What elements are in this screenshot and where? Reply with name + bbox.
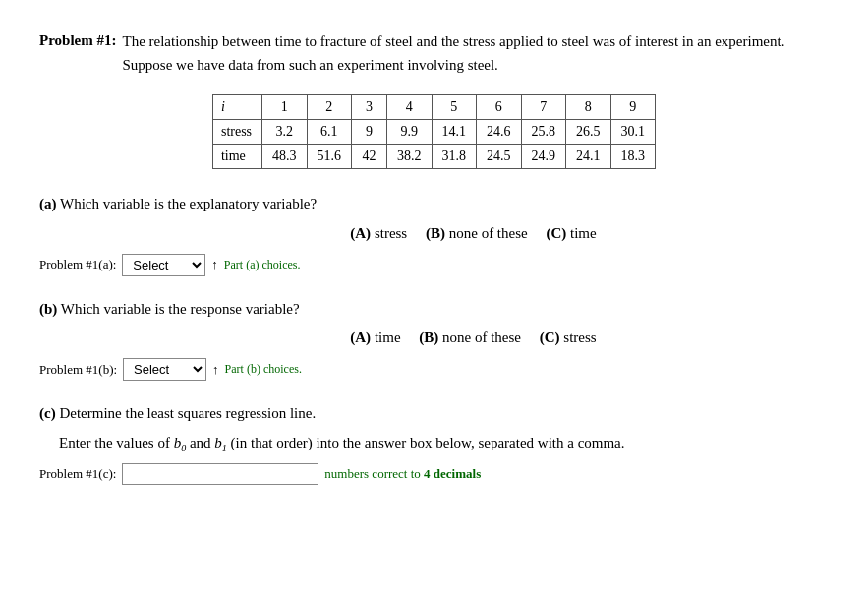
part-b-row: Problem #1(b): Select A B C ↑ Part (b) c… (39, 358, 829, 381)
part-a-link[interactable]: Part (a) choices. (224, 258, 301, 272)
header-7: 7 (521, 95, 566, 120)
choice-c-text: time (570, 225, 597, 241)
part-c-question-text: Determine the least squares regression l… (59, 405, 316, 421)
choice-c-letter: (C) (546, 225, 566, 241)
part-b-section: (b) Which variable is the response varia… (39, 298, 829, 382)
stress-7: 25.8 (521, 120, 566, 145)
part-b-choices: (A) time (B) none of these (C) stress (118, 330, 829, 346)
part-c-description: Enter the values of b0 and b1 (in that o… (59, 435, 829, 453)
problem-header: Problem #1: The relationship between tim… (39, 30, 829, 77)
part-c-section: (c) Determine the least squares regressi… (39, 402, 829, 485)
part-c-input[interactable] (122, 463, 318, 485)
part-b-letter: (b) (39, 301, 57, 317)
time-6: 24.5 (477, 145, 522, 169)
table-row-header: i 1 2 3 4 5 6 7 8 9 (212, 95, 655, 120)
header-9: 9 (610, 95, 656, 120)
stress-label: stress (212, 120, 261, 145)
choice-b-c-letter: (C) (540, 330, 560, 345)
part-c-row: Problem #1(c): numbers correct to 4 deci… (39, 463, 829, 485)
time-3: 42 (352, 145, 387, 169)
choice-b-text: none of these (449, 225, 528, 241)
time-7: 24.9 (521, 145, 566, 169)
table-row-stress: stress 3.2 6.1 9 9.9 14.1 24.6 25.8 26.5… (212, 120, 655, 145)
part-c-letter: (c) (39, 405, 56, 421)
problem-desc-line1: The relationship between time to fractur… (122, 30, 784, 53)
time-4: 38.2 (387, 145, 433, 169)
part-a-row: Problem #1(a): Select A B C ↑ Part (a) c… (39, 254, 829, 276)
header-3: 3 (352, 95, 387, 120)
decimals-note: numbers correct to 4 decimals (324, 466, 481, 482)
problem-description: The relationship between time to fractur… (122, 30, 784, 77)
part-b-label: Problem #1(b): (39, 362, 117, 378)
stress-2: 6.1 (307, 120, 352, 145)
choice-b-c-text: stress (563, 330, 596, 345)
choice-a-letter: (A) (350, 225, 371, 241)
part-a-select[interactable]: Select A B C (122, 254, 205, 276)
time-1: 48.3 (262, 145, 308, 169)
header-8: 8 (566, 95, 611, 120)
choice-a-text: stress (375, 225, 407, 241)
decimals-prefix: numbers correct to (324, 466, 424, 481)
b0-notation: b0 (174, 435, 187, 450)
choice-b-b-letter: (B) (419, 330, 438, 345)
stress-5: 14.1 (432, 120, 477, 145)
time-8: 24.1 (566, 145, 611, 169)
part-b-question-text: Which variable is the response variable? (61, 301, 300, 317)
stress-6: 24.6 (477, 120, 522, 145)
table-row-time: time 48.3 51.6 42 38.2 31.8 24.5 24.9 24… (212, 145, 655, 169)
stress-9: 30.1 (610, 120, 656, 145)
choice-b-a-letter: (A) (350, 330, 371, 345)
header-4: 4 (387, 95, 433, 120)
part-b-link[interactable]: Part (b) choices. (225, 362, 302, 377)
part-a-choices: (A) stress (B) none of these (C) time (118, 225, 829, 242)
part-a-letter: (a) (39, 196, 57, 211)
part-b-question: (b) Which variable is the response varia… (39, 298, 829, 321)
stress-8: 26.5 (566, 120, 611, 145)
part-c-label: Problem #1(c): (39, 466, 116, 482)
part-a-label: Problem #1(a): (39, 257, 116, 272)
part-c-question: (c) Determine the least squares regressi… (39, 402, 829, 425)
header-2: 2 (307, 95, 352, 120)
choice-b-a-text: time (375, 330, 401, 345)
problem-desc-line2: Suppose we have data from such an experi… (122, 53, 784, 77)
time-2: 51.6 (307, 145, 352, 169)
data-table: i 1 2 3 4 5 6 7 8 9 stress 3.2 6.1 9 9.9… (212, 94, 656, 169)
choice-b-b-text: none of these (442, 330, 521, 345)
header-5: 5 (432, 95, 477, 120)
time-5: 31.8 (432, 145, 477, 169)
decimals-bold: 4 decimals (424, 466, 481, 481)
part-b-arrow-icon: ↑ (212, 362, 219, 378)
time-label: time (212, 145, 261, 169)
stress-1: 3.2 (262, 120, 308, 145)
header-i: i (212, 95, 261, 120)
part-b-select[interactable]: Select A B C (123, 358, 206, 381)
part-a-arrow-icon: ↑ (211, 257, 218, 272)
stress-4: 9.9 (387, 120, 433, 145)
time-9: 18.3 (610, 145, 656, 169)
header-1: 1 (262, 95, 308, 120)
part-a-section: (a) Which variable is the explanatory va… (39, 193, 829, 276)
part-a-question: (a) Which variable is the explanatory va… (39, 193, 829, 215)
b1-notation: b1 (214, 435, 227, 450)
choice-b-letter: (B) (426, 225, 445, 241)
header-6: 6 (477, 95, 522, 120)
problem-label: Problem #1: (39, 30, 116, 52)
stress-3: 9 (352, 120, 387, 145)
part-a-question-text: Which variable is the explanatory variab… (60, 196, 317, 211)
